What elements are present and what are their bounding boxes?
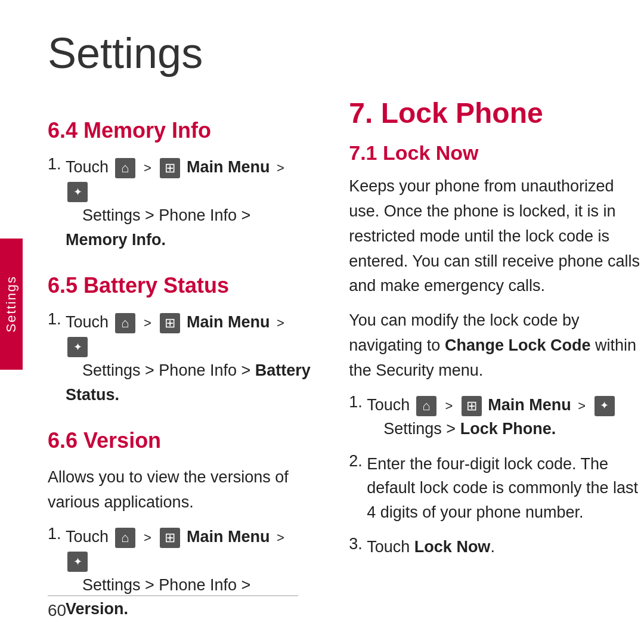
settings-icon (67, 182, 88, 202)
step-number: 1. (349, 393, 367, 411)
section-heading-6-5: 6.5 Battery Status (48, 273, 313, 298)
bottom-divider (48, 595, 298, 596)
section-heading-7: 7. Lock Phone (349, 97, 644, 129)
step-7-1-3: 3. Touch Lock Now. (349, 535, 644, 559)
section-7-1-steps: 1. Touch > Main Menu > Settings > Lock P… (349, 393, 644, 559)
section-6-6-body: Allows you to view the versions of vario… (48, 465, 313, 515)
step-number: 1. (48, 310, 66, 329)
step-content-3: Touch Lock Now. (367, 535, 495, 559)
settings-icon (595, 396, 615, 416)
menu-icon (160, 313, 180, 333)
arrow-sep2: > (277, 315, 284, 330)
section-heading-6-6: 6.6 Version (48, 428, 313, 453)
path-text-6-5: Settings > Phone Info > Battery Status. (66, 361, 311, 404)
step-number: 1. (48, 525, 66, 543)
main-menu-label: Main Menu (187, 313, 270, 331)
home-icon (115, 528, 135, 548)
home-icon (416, 396, 436, 416)
step-6-5-1: 1. Touch > Main Menu > Settings > Phone … (48, 310, 313, 407)
arrow-sep2: > (578, 398, 586, 413)
arrow-sep: > (445, 398, 453, 413)
step-content: Touch > Main Menu > Settings > Phone Inf… (66, 155, 313, 252)
step-6-4-1: 1. Touch > Main Menu > Settings > Phone … (48, 155, 313, 252)
section-heading-6-4: 6.4 Memory Info (48, 118, 313, 143)
settings-icon (67, 552, 88, 572)
arrow-sep: > (144, 530, 151, 545)
section-7-1-body1: Keeps your phone from unauthorized use. … (349, 174, 644, 299)
content-wrapper: 6.4 Memory Info 1. Touch > Main Menu > S… (0, 97, 644, 644)
menu-icon (160, 528, 180, 548)
step-7-1-2: 2. Enter the four-digit lock code. The d… (349, 452, 644, 525)
step-content: Touch > Main Menu > Settings > Phone Inf… (66, 525, 313, 621)
sidebar-tab-label: Settings (4, 275, 19, 333)
section-heading-7-1: 7.1 Lock Now (349, 141, 644, 165)
settings-icon (67, 337, 88, 357)
step-number-3: 3. (349, 535, 367, 553)
main-menu-label: Main Menu (187, 528, 270, 546)
step-content-2: Enter the four-digit lock code. The defa… (367, 452, 644, 525)
sidebar-tab: Settings (0, 239, 23, 370)
step-number: 1. (48, 155, 66, 174)
arrow-sep2: > (277, 530, 284, 545)
home-icon (115, 313, 135, 333)
section-7-1-body2: You can modify the lock code by navigati… (349, 308, 644, 383)
main-menu-label: Main Menu (187, 158, 270, 176)
page-title: Settings (0, 0, 644, 97)
menu-icon (462, 396, 482, 416)
step-content: Touch > Main Menu > Settings > Phone Inf… (66, 310, 313, 407)
section-6-4-steps: 1. Touch > Main Menu > Settings > Phone … (48, 155, 313, 252)
home-icon (115, 158, 135, 178)
arrow-sep2: > (277, 160, 284, 175)
left-column: 6.4 Memory Info 1. Touch > Main Menu > S… (48, 97, 337, 644)
path-text-6-4: Settings > Phone Info > Memory Info. (66, 206, 250, 249)
step-content: Touch > Main Menu > Settings > Lock Phon… (367, 393, 616, 441)
main-menu-label: Main Menu (488, 396, 571, 414)
page-number: 60 (48, 601, 66, 620)
section-6-6-steps: 1. Touch > Main Menu > Settings > Phone … (48, 525, 313, 621)
step-number-2: 2. (349, 452, 367, 470)
right-column: 7. Lock Phone 7.1 Lock Now Keeps your ph… (337, 97, 644, 644)
path-text-7-1: Settings > Lock Phone. (367, 420, 556, 438)
arrow-sep: > (144, 160, 151, 175)
path-text-6-6: Settings > Phone Info > Version. (66, 576, 250, 618)
section-6-5-steps: 1. Touch > Main Menu > Settings > Phone … (48, 310, 313, 407)
step-7-1-1: 1. Touch > Main Menu > Settings > Lock P… (349, 393, 644, 441)
step-6-6-1: 1. Touch > Main Menu > Settings > Phone … (48, 525, 313, 621)
arrow-sep: > (144, 315, 151, 330)
menu-icon (160, 158, 180, 178)
